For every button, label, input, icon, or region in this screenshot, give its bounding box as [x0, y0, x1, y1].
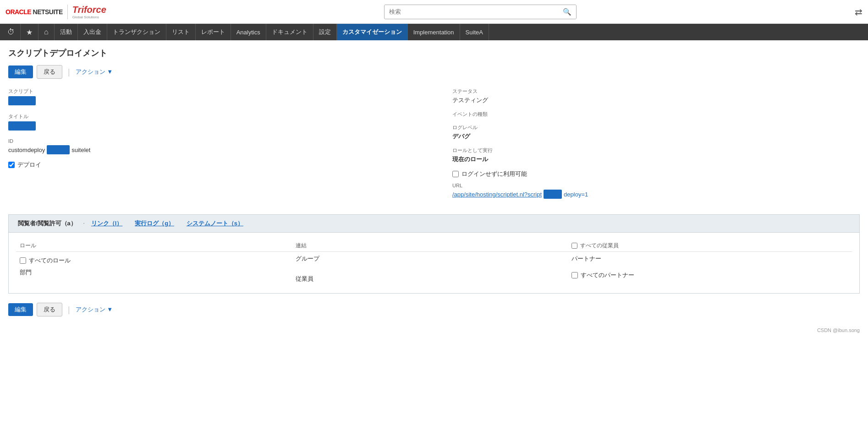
search-button[interactable]: 🔍: [558, 5, 576, 19]
field-script: スクリプト: [8, 88, 416, 107]
field-url: URL /app/site/hosting/scriptlet.nl?scrip…: [452, 183, 860, 199]
col-header-employee: すべての従業員: [568, 240, 852, 252]
table-row-roles: すべてのロール 部門 グループ 従業員 パートナー すべて: [16, 252, 852, 286]
deploy-checkbox[interactable]: [8, 162, 15, 168]
nav-bar: ⏱ ★ ⌂ 活動 入出金 トランザクション リスト レポート Analytics…: [0, 24, 868, 40]
field-login: ログインせずに利用可能: [452, 170, 860, 178]
nav-item-implementation[interactable]: Implementation: [408, 24, 460, 40]
script-label: スクリプト: [8, 88, 416, 95]
id-middle-badge: [47, 145, 70, 154]
nav-item-customization[interactable]: カスタマイゼーション: [337, 24, 408, 40]
field-event-type: イベントの種類: [452, 111, 860, 118]
netsuite-text: NETSUITE: [33, 8, 63, 16]
tab-content-viewers: ロール 連結 すべての従業員: [9, 233, 859, 293]
history-icon: ⏱: [7, 28, 15, 36]
field-id: ID customdeploy suitelet: [8, 138, 416, 154]
cell-roles: すべてのロール 部門: [16, 252, 292, 286]
nav-item-reports[interactable]: レポート: [196, 24, 231, 40]
nav-item-settings[interactable]: 設定: [313, 24, 337, 40]
log-level-label: ログレベル: [452, 124, 860, 131]
footer-credit: CSDN @ibun.song: [817, 327, 860, 333]
viewer-table: ロール 連結 すべての従業員: [16, 240, 852, 286]
nav-item-home[interactable]: ⌂: [38, 24, 55, 40]
field-deploy: デプロイ: [8, 161, 416, 169]
tabs-section: 閲覧者/閲覧許可（a） ・ リンク（l） 実行ログ（g） システムノート（s） …: [8, 214, 860, 294]
cell-connection: グループ 従業員: [292, 252, 568, 286]
tab-links[interactable]: リンク（l）: [87, 218, 127, 229]
edit-button-bottom[interactable]: 編集: [8, 303, 33, 316]
page-title: スクリプトデプロイメント: [8, 48, 860, 59]
tab-system-notes[interactable]: システムノート（s）: [182, 218, 248, 229]
footer: CSDN @ibun.song: [0, 324, 868, 337]
title-value: [8, 121, 36, 131]
logo-area: ORACLE NETSUITE Triforce Global Solution…: [5, 5, 106, 19]
header-icons: ⇄: [855, 6, 863, 17]
nav-item-documents[interactable]: ドキュメント: [266, 24, 313, 40]
field-title: タイトル: [8, 113, 416, 132]
page-content: スクリプトデプロイメント 編集 戻る | アクション ▼ スクリプト タイトル …: [0, 40, 868, 324]
url-middle-badge: [544, 190, 562, 199]
status-label: ステータス: [452, 88, 860, 95]
col-header-connection: 連結: [292, 240, 568, 252]
divider-bottom: |: [68, 305, 70, 315]
script-value: [8, 96, 36, 105]
triforce-logo: Triforce Global Solutions: [67, 5, 106, 19]
nav-item-history[interactable]: ⏱: [2, 24, 21, 40]
field-run-as-role: ロールとして実行 現在のロール: [452, 147, 860, 163]
back-button-bottom[interactable]: 戻る: [37, 303, 62, 316]
run-as-role-label: ロールとして実行: [452, 147, 860, 154]
cell-partner: パートナー すべてのパートナー: [568, 252, 852, 286]
home-icon: ⌂: [44, 28, 49, 36]
col-header-role: ロール: [16, 240, 292, 252]
all-partners-checkbox[interactable]: [571, 272, 578, 278]
top-action-bar: 編集 戻る | アクション ▼: [8, 65, 860, 79]
url-value: /app/site/hosting/scriptlet.nl?script de…: [452, 190, 860, 199]
all-partners-row: すべてのパートナー: [571, 271, 848, 279]
log-level-value: デバグ: [452, 133, 470, 140]
field-log-level: ログレベル デバグ: [452, 124, 860, 141]
top-header: ORACLE NETSUITE Triforce Global Solution…: [0, 0, 868, 24]
form-left: スクリプト タイトル ID customdeploy suitelet デプロイ: [8, 88, 434, 205]
url-label: URL: [452, 183, 860, 188]
account-icon[interactable]: ⇄: [855, 6, 863, 17]
login-checkbox[interactable]: [452, 171, 459, 177]
nav-item-transactions[interactable]: トランザクション: [107, 24, 166, 40]
nav-item-list[interactable]: リスト: [166, 24, 196, 40]
action-dropdown-top[interactable]: アクション ▼: [76, 68, 113, 76]
nav-item-analytics[interactable]: Analytics: [231, 24, 266, 40]
edit-button-top[interactable]: 編集: [8, 65, 33, 78]
tabs-bar: 閲覧者/閲覧許可（a） ・ リンク（l） 実行ログ（g） システムノート（s）: [9, 215, 859, 233]
tab-exec-log[interactable]: 実行ログ（g）: [130, 218, 179, 229]
event-type-label: イベントの種類: [452, 111, 860, 118]
id-label: ID: [8, 138, 416, 144]
bottom-action-bar: 編集 戻る | アクション ▼: [8, 303, 860, 316]
all-roles-checkbox[interactable]: [20, 257, 26, 264]
nav-item-suitea[interactable]: SuiteA: [460, 24, 489, 40]
action-dropdown-bottom[interactable]: アクション ▼: [76, 305, 113, 314]
back-button-top[interactable]: 戻る: [37, 65, 62, 79]
dept-label: 部門: [20, 268, 288, 277]
oracle-netsuite-logo: ORACLE NETSUITE: [5, 8, 63, 16]
group-label: グループ: [296, 255, 564, 263]
all-roles-row: すべてのロール: [20, 256, 288, 265]
form-section: スクリプト タイトル ID customdeploy suitelet デプロイ: [8, 88, 860, 205]
search-input[interactable]: [385, 5, 558, 18]
field-status: ステータス テスティング: [452, 88, 860, 104]
form-right: ステータス テスティング イベントの種類 ログレベル デバグ ロールとして実行 …: [434, 88, 860, 205]
oracle-text: ORACLE: [5, 8, 31, 16]
title-label: タイトル: [8, 113, 416, 120]
all-employees-checkbox[interactable]: [571, 243, 577, 249]
nav-item-activities[interactable]: 活動: [55, 24, 78, 40]
nav-item-banking[interactable]: 入出金: [78, 24, 107, 40]
partner-label: パートナー: [571, 255, 848, 263]
favorites-icon: ★: [26, 28, 33, 37]
tab-viewers[interactable]: 閲覧者/閲覧許可（a）: [13, 218, 81, 229]
id-value: customdeploy suitelet: [8, 145, 416, 154]
divider: |: [68, 67, 70, 77]
employee-label: 従業員: [296, 275, 564, 283]
status-value: テスティング: [452, 97, 488, 104]
nav-item-favorites[interactable]: ★: [21, 24, 38, 40]
search-area: 🔍: [384, 5, 577, 19]
run-as-role-value: 現在のロール: [452, 156, 488, 163]
